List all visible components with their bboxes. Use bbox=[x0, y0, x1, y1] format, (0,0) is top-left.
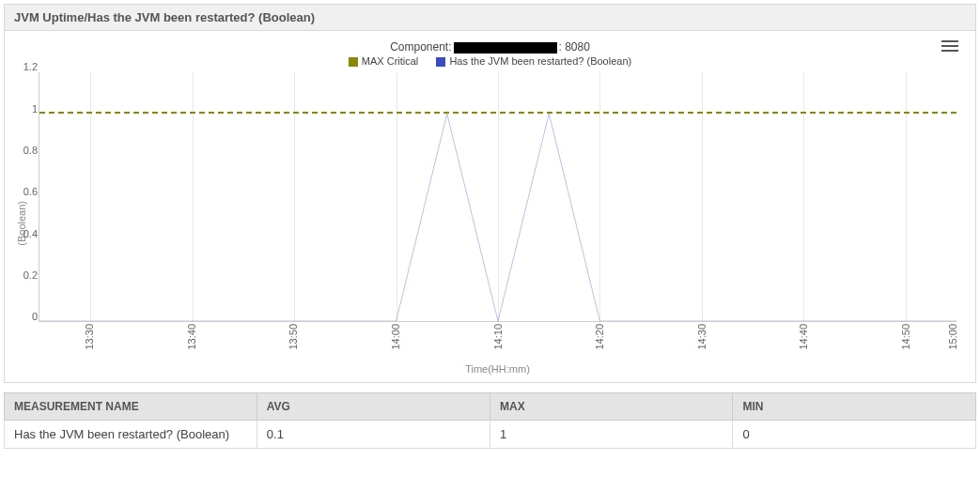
chart-panel: JVM Uptime/Has the JVM been restarted? (… bbox=[4, 4, 976, 383]
chart-title: Component:: 8080 bbox=[16, 40, 964, 54]
col-max: MAX bbox=[490, 393, 733, 421]
plot: 0 0.2 0.4 0.6 0.8 1 1.2 bbox=[31, 72, 964, 375]
cell-avg: 0.1 bbox=[257, 421, 490, 449]
chart-menu-icon[interactable] bbox=[941, 40, 958, 54]
x-axis-label: Time(HH:mm) bbox=[31, 363, 964, 375]
ytick: 0 bbox=[32, 311, 38, 322]
ytick: 1.2 bbox=[23, 61, 38, 72]
cell-max: 1 bbox=[490, 421, 733, 449]
xtick: 14:10 bbox=[492, 324, 504, 350]
chart-body: Component:: 8080 MAX Critical Has the JV… bbox=[5, 31, 975, 382]
xtick: 14:50 bbox=[900, 324, 911, 350]
x-ticks: 13:30 13:40 13:50 14:00 14:10 14:20 14:3… bbox=[39, 322, 957, 361]
series-line bbox=[39, 72, 957, 321]
legend-label-1: MAX Critical bbox=[362, 55, 419, 67]
ytick: 0.8 bbox=[23, 145, 38, 156]
xtick: 13:50 bbox=[288, 324, 299, 350]
table-row[interactable]: Has the JVM been restarted? (Boolean) 0.… bbox=[5, 421, 976, 449]
cell-name: Has the JVM been restarted? (Boolean) bbox=[5, 421, 257, 449]
cell-min: 0 bbox=[733, 421, 976, 449]
legend-item-max-critical[interactable]: MAX Critical bbox=[349, 55, 422, 67]
table-header-row: MEASUREMENT NAME AVG MAX MIN bbox=[5, 393, 976, 421]
xtick: 14:00 bbox=[390, 324, 401, 350]
col-name: MEASUREMENT NAME bbox=[5, 393, 257, 421]
legend-label-2: Has the JVM been restarted? (Boolean) bbox=[449, 55, 631, 67]
xtick: 14:30 bbox=[696, 324, 708, 350]
col-avg: AVG bbox=[257, 393, 490, 421]
legend: MAX Critical Has the JVM been restarted?… bbox=[16, 55, 964, 67]
legend-swatch-1 bbox=[349, 57, 358, 67]
ytick: 1 bbox=[32, 103, 38, 115]
ytick: 0.4 bbox=[23, 228, 38, 239]
legend-item-restarted[interactable]: Has the JVM been restarted? (Boolean) bbox=[436, 55, 631, 67]
chart-title-prefix: Component: bbox=[390, 40, 451, 54]
ytick: 0.2 bbox=[23, 269, 38, 281]
redacted-block bbox=[454, 42, 557, 54]
legend-swatch-2 bbox=[436, 57, 445, 67]
xtick: 13:30 bbox=[84, 324, 95, 350]
xtick: 15:00 bbox=[947, 324, 958, 350]
xtick: 14:20 bbox=[594, 324, 605, 350]
panel-title: JVM Uptime/Has the JVM been restarted? (… bbox=[5, 5, 975, 31]
xtick: 14:40 bbox=[798, 324, 809, 350]
xtick: 13:40 bbox=[186, 324, 197, 350]
y-ticks: 0 0.2 0.4 0.6 0.8 1 1.2 bbox=[13, 72, 38, 322]
stats-table: MEASUREMENT NAME AVG MAX MIN Has the JVM… bbox=[4, 392, 976, 449]
ytick: 0.6 bbox=[23, 186, 38, 197]
col-min: MIN bbox=[733, 393, 976, 421]
plot-area[interactable]: 0 0.2 0.4 0.6 0.8 1 1.2 bbox=[39, 72, 957, 322]
chart-title-suffix: : 8080 bbox=[559, 40, 590, 54]
